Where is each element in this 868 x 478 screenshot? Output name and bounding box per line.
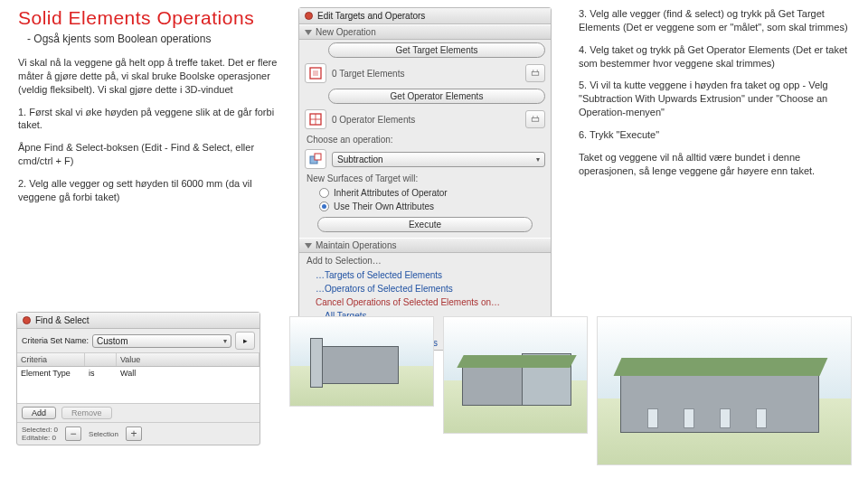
target-options-button[interactable] [525,64,545,82]
operator-elements-row: 0 Operator Elements [299,107,551,132]
target-count-label: 0 Target Elements [332,69,520,79]
th-value: Value [117,353,259,366]
radio-inherit[interactable]: Inherit Attributes of Operator [299,186,551,200]
criteria-set-row: Criteria Set Name: Custom ▾ ▸ [17,329,259,353]
chevron-down-icon [305,243,312,248]
svg-rect-6 [532,118,539,122]
section-new-operation[interactable]: New Operation [299,24,551,40]
panel-titlebar: Find & Select [17,313,259,329]
criteria-table-body: Element Type is Wall [17,367,259,403]
find-select-panel: Find & Select Criteria Set Name: Custom … [16,312,260,445]
new-surfaces-label: New Surfaces of Target will: [299,171,551,186]
operator-icon [305,109,326,129]
get-target-elements-button[interactable]: Get Target Elements [328,42,545,58]
close-icon[interactable] [305,12,313,20]
paragraph: Taket og veggene vil nå alltid være bund… [579,151,850,178]
edit-targets-panel: Edit Targets and Operators New Operation… [298,7,552,351]
svg-rect-2 [532,72,539,76]
page-title: Solid Elements Operations [18,7,280,29]
paragraph: 5. Vi vil ta kutte veggene i høyden fra … [579,79,850,119]
cell-is: is [85,367,117,380]
radio-own[interactable]: Use Their Own Attributes [299,200,551,213]
svg-rect-1 [313,70,318,76]
selected-label: Selected: [22,426,52,434]
paragraph: 2. Velg alle vegger og sett høyden til 6… [18,177,280,204]
svg-rect-10 [315,154,321,160]
targets-of-selected-link[interactable]: …Targets of Selected Elements [299,268,551,282]
criteria-set-label: Criteria Set Name: [22,336,89,345]
criteria-set-value: Custom [97,336,127,346]
chevron-down-icon [305,30,312,35]
close-icon[interactable] [23,316,31,324]
th-criteria: Criteria [17,353,85,366]
operator-options-button[interactable] [525,110,545,128]
paragraph: 3. Velg alle vegger (find & select) og t… [579,7,850,34]
selection-plus-button[interactable]: + [126,426,142,441]
remove-button[interactable]: Remove [61,407,112,419]
selected-count: 0 [54,426,58,434]
subtitle: - Også kjents som Boolean operations [27,33,280,45]
radio-label: Use Their Own Attributes [334,202,434,211]
section-label: New Operation [316,27,376,37]
paragraph: 1. Først skal vi øke høyden på veggene s… [18,106,280,133]
editable-label: Editable: [22,434,50,442]
execute-button[interactable]: Execute [317,217,533,232]
selection-minus-button[interactable]: − [65,426,81,441]
add-button[interactable]: Add [22,407,56,419]
radio-label: Inherit Attributes of Operator [334,188,448,198]
cell-value: Wall [117,367,259,380]
find-bottom-bar: Selected: 0 Editable: 0 − Selection + [17,422,259,445]
target-icon [305,63,326,83]
operation-value: Subtraction [337,155,383,164]
chevron-updown-icon: ▾ [223,337,227,345]
panel-title-label: Find & Select [35,315,89,325]
left-column: Solid Elements Operations - Også kjents … [18,7,280,213]
cancel-operations-label: Cancel Operations of Selected Elements o… [299,295,551,309]
panel-title-label: Edit Targets and Operators [317,11,425,21]
operator-count-label: 0 Operator Elements [332,115,520,125]
operation-select[interactable]: Subtraction ▾ [332,152,545,167]
editable-count: 0 [52,434,55,442]
subtraction-icon [305,149,326,169]
3d-thumbnail [443,316,588,434]
choose-operation-label: Choose an operation: [299,132,551,147]
criteria-store-button[interactable]: ▸ [235,332,255,350]
paragraph: Vi skal nå la veggene gå helt opp å tref… [18,56,280,97]
target-elements-row: 0 Target Elements [299,61,551,86]
table-row[interactable]: Element Type is Wall [17,367,259,380]
section-label: Maintain Operations [316,240,397,250]
right-column: 3. Velg alle vegger (find & select) og t… [579,7,850,186]
section-maintain-operations[interactable]: Maintain Operations [299,238,551,253]
3d-thumbnail [289,316,434,407]
operators-of-selected-link[interactable]: …Operators of Selected Elements [299,282,551,295]
add-to-selection-label: Add to Selection… [299,253,551,268]
criteria-table-header: Criteria Value [17,353,259,367]
panel-titlebar: Edit Targets and Operators [299,8,551,24]
radio-icon [319,202,329,211]
3d-thumbnail [597,316,852,465]
selection-label: Selection [89,430,118,438]
paragraph: 6. Trykk "Execute" [579,128,850,142]
th-is [85,353,117,366]
paragraph: Åpne Find & Select-boksen (Edit - Find &… [18,141,280,168]
get-operator-elements-button[interactable]: Get Operator Elements [328,89,545,104]
cell-criteria: Element Type [17,367,85,380]
chevron-updown-icon: ▾ [536,155,540,164]
radio-icon [319,188,329,198]
criteria-set-select[interactable]: Custom ▾ [92,334,231,348]
add-remove-bar: Add Remove [17,403,259,422]
paragraph: 4. Velg taket og trykk på Get Operator E… [579,43,850,70]
